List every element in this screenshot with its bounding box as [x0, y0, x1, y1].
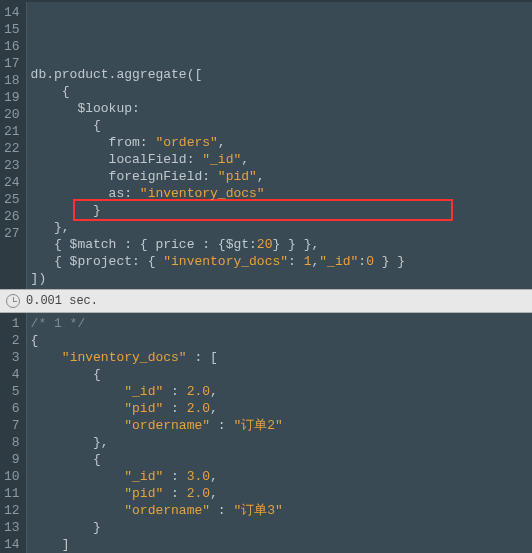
line-number: 27 — [4, 225, 20, 242]
code-token: "inventory_docs" — [62, 350, 187, 365]
code-token: "_id" — [319, 254, 358, 269]
code-line[interactable]: from: "orders", — [31, 134, 528, 151]
code-token — [31, 469, 125, 484]
line-number: 1 — [4, 315, 20, 332]
code-token: "订单2" — [233, 418, 282, 433]
code-token: 2.0 — [187, 401, 210, 416]
code-line[interactable]: foreignField: "pid", — [31, 168, 528, 185]
code-line[interactable]: { — [31, 366, 528, 383]
line-number: 4 — [4, 366, 20, 383]
code-line[interactable]: /* 1 */ — [31, 315, 528, 332]
status-bar: 0.001 sec. — [0, 289, 532, 313]
query-editor[interactable]: 1415161718192021222324252627 db.product.… — [0, 2, 532, 289]
code-token: , — [218, 135, 226, 150]
line-number: 8 — [4, 434, 20, 451]
code-token: "inventory_docs" — [163, 254, 288, 269]
line-number: 11 — [4, 485, 20, 502]
bottom-code[interactable]: /* 1 */{ "inventory_docs" : [ { "_id" : … — [27, 313, 532, 553]
code-line[interactable]: "ordername" : "订单2" — [31, 417, 528, 434]
line-number: 5 — [4, 383, 20, 400]
code-token: } — [31, 203, 101, 218]
code-line[interactable]: "_id" : 3.0, — [31, 468, 528, 485]
code-line[interactable]: } — [31, 519, 528, 536]
code-token: "_id" — [202, 152, 241, 167]
line-number: 14 — [4, 536, 20, 553]
code-token: "ordername" — [124, 418, 210, 433]
code-line[interactable]: { — [31, 451, 528, 468]
code-token: : — [210, 418, 233, 433]
code-token: 20 — [257, 237, 273, 252]
code-token: : — [163, 469, 186, 484]
line-number: 13 — [4, 519, 20, 536]
code-token: as: — [31, 186, 140, 201]
code-token: { $project: { — [31, 254, 164, 269]
code-token: } — [31, 520, 101, 535]
code-line[interactable] — [31, 49, 528, 66]
code-line[interactable]: "pid" : 2.0, — [31, 400, 528, 417]
code-token: "_id" — [124, 469, 163, 484]
code-token: "ordername" — [124, 503, 210, 518]
line-number: 12 — [4, 502, 20, 519]
line-number: 22 — [4, 140, 20, 157]
code-token: "pid" — [124, 401, 163, 416]
code-token: : — [163, 486, 186, 501]
code-token: foreignField: — [31, 169, 218, 184]
code-token: } } }, — [272, 237, 319, 252]
line-number: 19 — [4, 89, 20, 106]
line-number: 9 — [4, 451, 20, 468]
code-line[interactable]: { $project: { "inventory_docs": 1,"_id":… — [31, 253, 528, 270]
top-code[interactable]: db.product.aggregate([ { $lookup: { from… — [27, 2, 532, 289]
code-line[interactable]: "_id" : 2.0, — [31, 383, 528, 400]
code-token: : [ — [187, 350, 218, 365]
code-line[interactable]: } — [31, 202, 528, 219]
line-number: 20 — [4, 106, 20, 123]
code-token: }, — [31, 220, 70, 235]
code-line[interactable]: { — [31, 83, 528, 100]
line-number: 7 — [4, 417, 20, 434]
code-token: ] — [31, 537, 70, 552]
result-viewer[interactable]: 123456789101112131415 /* 1 */{ "inventor… — [0, 313, 532, 553]
code-token: $lookup: — [31, 101, 140, 116]
code-line[interactable]: { $match : { price : {$gt:20} } }, — [31, 236, 528, 253]
code-line[interactable]: ]) — [31, 270, 528, 287]
code-token: : — [163, 384, 186, 399]
code-token: "pid" — [218, 169, 257, 184]
code-token: /* 1 */ — [31, 316, 86, 331]
code-token: { — [31, 84, 70, 99]
code-token: 3.0 — [187, 469, 210, 484]
code-line[interactable]: { — [31, 332, 528, 349]
line-number: 10 — [4, 468, 20, 485]
code-line[interactable]: db.product.aggregate([ — [31, 66, 528, 83]
code-token: }, — [31, 435, 109, 450]
code-line[interactable]: "ordername" : "订单3" — [31, 502, 528, 519]
line-number: 26 — [4, 208, 20, 225]
code-token — [31, 418, 125, 433]
top-gutter: 1415161718192021222324252627 — [0, 2, 27, 289]
code-line[interactable]: }, — [31, 219, 528, 236]
code-token: { — [31, 118, 101, 133]
code-line[interactable]: { — [31, 117, 528, 134]
code-token: : — [288, 254, 304, 269]
code-line[interactable]: ] — [31, 536, 528, 553]
code-token: { — [31, 367, 101, 382]
code-token — [31, 401, 125, 416]
bottom-gutter: 123456789101112131415 — [0, 313, 27, 553]
code-token: "orders" — [155, 135, 217, 150]
code-token: localField: — [31, 152, 203, 167]
code-line[interactable]: as: "inventory_docs" — [31, 185, 528, 202]
code-line[interactable]: }, — [31, 434, 528, 451]
exec-time: 0.001 sec. — [26, 294, 98, 308]
clock-icon — [6, 294, 20, 308]
code-token — [31, 486, 125, 501]
code-line[interactable]: $lookup: — [31, 100, 528, 117]
code-line[interactable]: localField: "_id", — [31, 151, 528, 168]
code-token — [31, 503, 125, 518]
code-token: "pid" — [124, 486, 163, 501]
code-line[interactable]: "pid" : 2.0, — [31, 485, 528, 502]
line-number: 16 — [4, 38, 20, 55]
code-token: { $match : { price : {$gt: — [31, 237, 257, 252]
code-token: , — [210, 469, 218, 484]
code-token: 0 — [366, 254, 374, 269]
code-line[interactable]: "inventory_docs" : [ — [31, 349, 528, 366]
line-number: 14 — [4, 4, 20, 21]
